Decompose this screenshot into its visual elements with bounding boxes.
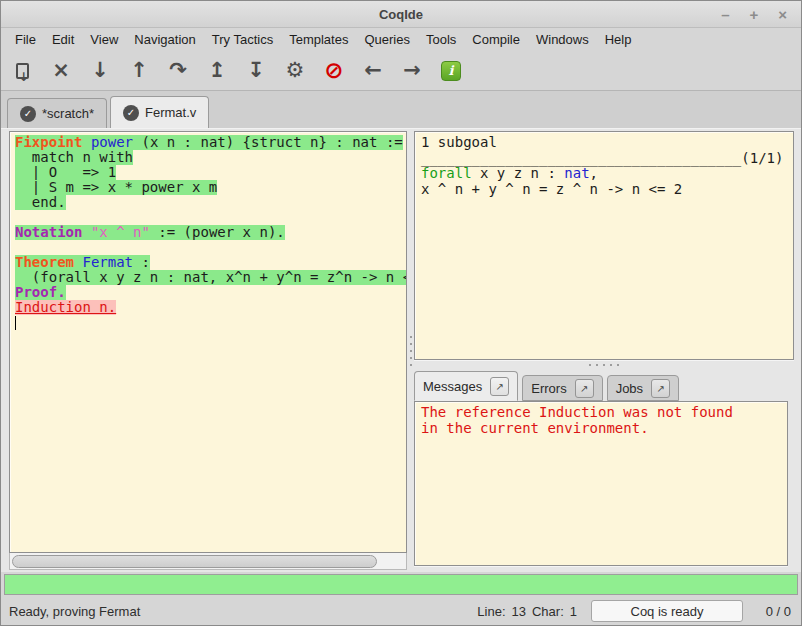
tab-label: Errors [531, 381, 566, 396]
tab-label: Messages [423, 379, 482, 394]
goal-line[interactable]: 1 subgoal [421, 135, 787, 151]
about-button[interactable]: i [438, 58, 464, 84]
line-value: 13 [512, 604, 526, 619]
detach-button[interactable]: ↗ [490, 377, 509, 396]
code-line[interactable]: (forall x y z n : nat, x^n + y^n = z^n -… [15, 270, 406, 285]
editor-tab-strip: ✓*scratch*✓Fermat.v [1, 91, 801, 129]
go-to-cursor-button[interactable]: ↷ [165, 58, 191, 84]
status-right: Line: 13 Char: 1 Coq is ready 0 / 0 [477, 600, 791, 622]
main-area: Fixpoint power (x n : nat) {struct n} : … [1, 129, 801, 572]
menu-item-templates[interactable]: Templates [281, 29, 356, 50]
line-label: Line: [477, 604, 505, 619]
window-title: CoqIde [1, 7, 801, 22]
code-line[interactable]: Proof. [15, 285, 406, 300]
minimize-button[interactable]: – [721, 7, 729, 22]
message-notebook: Messages↗Errors↗Jobs↗ The reference Indu… [414, 369, 794, 570]
tab-messages[interactable]: Messages↗ [414, 371, 518, 401]
interrupt-button[interactable]: ⊘ [321, 58, 347, 84]
coq-status-indicator: Coq is ready [591, 600, 743, 622]
vertical-splitter[interactable] [407, 131, 414, 570]
goal-line[interactable]: x ^ n + y ^ n = z ^ n -> n <= 2 [421, 182, 787, 198]
restart-to-start-button[interactable]: ↥ [204, 58, 230, 84]
menu-item-queries[interactable]: Queries [356, 29, 418, 50]
go-to-cursor-icon: ↷ [169, 60, 187, 81]
text-cursor [15, 316, 16, 330]
menu-item-compile[interactable]: Compile [464, 29, 528, 50]
code-line[interactable] [15, 210, 406, 225]
close-button[interactable]: × [778, 7, 787, 22]
message-line: The reference Induction was not found [421, 405, 781, 421]
code-line[interactable]: | S m => x * power x m [15, 180, 406, 195]
progress-fill [5, 575, 797, 594]
backward-one-command-icon: ↑ [130, 60, 148, 81]
save-arrow-icon: ↓ [18, 71, 28, 83]
coqide-window: CoqIde – + × FileEditViewNavigationTry T… [0, 0, 802, 626]
tab-jobs[interactable]: Jobs↗ [607, 375, 679, 401]
menu-bar: FileEditViewNavigationTry TacticsTemplat… [1, 28, 801, 51]
tab-label: Jobs [616, 381, 643, 396]
code-line[interactable]: end. [15, 195, 406, 210]
save-icon: ↓ [16, 63, 29, 79]
editor-tab-fermatv[interactable]: ✓Fermat.v [110, 96, 209, 128]
go-to-end-icon: ↧ [247, 60, 265, 81]
previous-occurrence-icon: ← [364, 60, 382, 81]
editor-tab-label: *scratch* [42, 106, 94, 121]
backward-one-command-button[interactable]: ↑ [126, 58, 152, 84]
goal-line[interactable]: forall x y z n : nat, [421, 166, 787, 182]
editor-tab-scratch[interactable]: ✓*scratch* [7, 98, 107, 128]
close-icon: × [52, 60, 70, 81]
status-message: Ready, proving Fermat [9, 604, 477, 619]
menu-item-help[interactable]: Help [597, 29, 640, 50]
jobs-count: 0 / 0 [757, 604, 791, 619]
maximize-button[interactable]: + [749, 7, 758, 22]
code-line[interactable]: match n with [15, 150, 406, 165]
menu-item-edit[interactable]: Edit [44, 29, 82, 50]
save-button[interactable]: ↓ [9, 58, 35, 84]
goal-view[interactable]: 1 subgoal_______________________________… [414, 131, 794, 360]
about-icon: i [441, 61, 461, 81]
code-line[interactable]: Theorem Fermat : [15, 255, 406, 270]
fully-check-document-icon: ⚙ [286, 60, 305, 81]
goal-line[interactable]: ______________________________________(1… [421, 151, 787, 167]
next-occurrence-icon: → [403, 60, 421, 81]
code-line[interactable]: Induction n. [15, 300, 406, 315]
script-editor[interactable]: Fixpoint power (x n : nat) {struct n} : … [9, 131, 407, 553]
detach-button[interactable]: ↗ [651, 379, 670, 398]
right-panel: 1 subgoal_______________________________… [414, 131, 794, 570]
previous-occurrence-button[interactable]: ← [360, 58, 386, 84]
code-line[interactable] [15, 315, 406, 330]
forward-one-command-icon: ↓ [91, 60, 109, 81]
window-controls: – + × [721, 7, 801, 22]
fully-check-document-button[interactable]: ⚙ [282, 58, 308, 84]
code-line[interactable]: Fixpoint power (x n : nat) {struct n} : … [15, 135, 406, 150]
status-bar: Ready, proving Fermat Line: 13 Char: 1 C… [1, 597, 801, 625]
go-to-end-button[interactable]: ↧ [243, 58, 269, 84]
title-bar[interactable]: CoqIde – + × [1, 1, 801, 28]
forward-one-command-button[interactable]: ↓ [87, 58, 113, 84]
close-button[interactable]: × [48, 58, 74, 84]
horizontal-scrollbar[interactable] [9, 553, 407, 570]
char-value: 1 [570, 604, 577, 619]
script-panel: Fixpoint power (x n : nat) {struct n} : … [9, 131, 407, 570]
code-line[interactable]: Notation "x ^ n" := (power x n). [15, 225, 406, 240]
menu-item-navigation[interactable]: Navigation [126, 29, 203, 50]
menu-item-try-tactics[interactable]: Try Tactics [204, 29, 281, 50]
message-tabs: Messages↗Errors↗Jobs↗ [414, 369, 794, 401]
horizontal-splitter[interactable] [414, 360, 794, 369]
detach-button[interactable]: ↗ [575, 379, 594, 398]
code-line[interactable] [15, 240, 406, 255]
detach-arrow-icon: ↗ [656, 383, 664, 394]
messages-view[interactable]: The reference Induction was not foundin … [414, 401, 788, 566]
interrupt-icon: ⊘ [324, 59, 343, 82]
menu-item-view[interactable]: View [82, 29, 126, 50]
scrollbar-thumb[interactable] [12, 555, 377, 568]
menu-item-tools[interactable]: Tools [418, 29, 464, 50]
menu-item-file[interactable]: File [7, 29, 44, 50]
editor-tab-label: Fermat.v [145, 105, 196, 120]
detach-arrow-icon: ↗ [580, 383, 588, 394]
message-line: in the current environment. [421, 421, 781, 437]
code-line[interactable]: | O => 1 [15, 165, 406, 180]
menu-item-windows[interactable]: Windows [528, 29, 597, 50]
next-occurrence-button[interactable]: → [399, 58, 425, 84]
tab-errors[interactable]: Errors↗ [522, 375, 602, 401]
